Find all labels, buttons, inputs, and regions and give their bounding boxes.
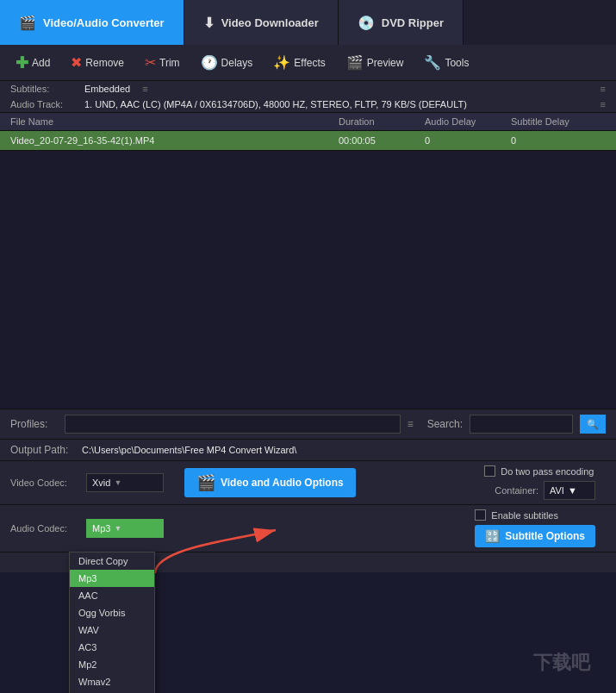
audio-track-label: Audio Track: [10,99,79,109]
row-audio-delay: 0 [425,135,511,146]
two-pass-label: Do two pass encoding [501,466,594,477]
container-row: Container: AVI ▼ [495,481,595,500]
tab-video-downloader-label: Video Downloader [221,16,319,29]
container-select[interactable]: AVI ▼ [544,481,595,500]
add-button[interactable]: ✚ Add [7,50,59,76]
tab-dvd-ripper[interactable]: 💿 DVD Ripper [339,0,464,45]
subtitles-label: Subtitles: [10,84,79,94]
audio-track-right-icon: ≡ [600,99,606,109]
search-label: Search: [427,418,463,430]
trim-button[interactable]: ✂ Trim [136,51,189,74]
subtitle-icon: 🔡 [485,529,500,543]
audio-codec-label: Audio Codec: [10,523,79,534]
add-icon: ✚ [16,53,28,72]
enable-subtitles-row: Enable subtitles [475,509,558,521]
dropdown-item-mp3[interactable]: Mp3 [70,570,154,587]
output-path-value: C:\Users\pc\Documents\Free MP4 Convert W… [82,445,606,455]
enable-subtitles-checkbox[interactable] [475,509,486,521]
file-table: File Name Duration Audio Delay Subtitle … [0,113,616,151]
output-row: Output Path: C:\Users\pc\Documents\Free … [0,440,616,461]
video-codec-dropdown-icon: ▼ [114,478,121,487]
col-filename: File Name [10,116,339,127]
vao-icon: 🎬 [196,473,215,492]
row-subtitle-delay: 0 [511,135,606,146]
preview-icon: 🎬 [346,54,364,71]
vao-label: Video and Audio Options [221,477,344,489]
col-subtitle-delay: Subtitle Delay [511,116,606,127]
audio-codec-dropdown: Direct Copy Mp3 AAC Ogg Vorbis WAV AC3 M… [69,552,155,693]
video-audio-icon: 🎬 [19,15,36,31]
info-rows: Subtitles: Embedded ≡ ≡ Audio Track: 1. … [0,81,616,113]
video-codec-select[interactable]: Xvid ▼ [86,473,164,492]
row-duration: 00:00:05 [339,135,425,146]
profiles-row: Profiles: ≡ Search: 🔍 [0,409,616,440]
dropdown-item-ac3[interactable]: AC3 [70,639,154,656]
two-pass-checkbox[interactable] [484,465,495,477]
search-button[interactable]: 🔍 [580,415,606,434]
watermark: 下载吧 [533,650,590,676]
tools-icon: 🔧 [424,54,441,71]
dvd-icon: 💿 [358,15,375,31]
search-input[interactable] [470,415,573,434]
container-dropdown-icon: ▼ [568,485,577,496]
audio-track-row: Audio Track: 1. UND, AAC (LC) (MP4A / 0X… [0,97,616,112]
dropdown-item-aac[interactable]: AAC [70,587,154,604]
audio-codec-select[interactable]: Mp3 ▼ [86,519,164,538]
audio-codec-row: Audio Codec: Mp3 ▼ Direct Copy Mp3 AAC O… [0,505,616,553]
remove-button[interactable]: ✖ Remove [62,51,133,74]
vao-button[interactable]: 🎬 Video and Audio Options [184,468,356,497]
right-panel: Do two pass encoding Container: AVI ▼ [484,465,606,500]
dropdown-item-mp2[interactable]: Mp2 [70,656,154,673]
row-filename: Video_20-07-29_16-35-42(1).MP4 [10,135,339,146]
tab-video-audio-label: Video/Audio Converter [43,16,165,29]
download-icon: ⬇ [203,15,215,31]
bottom-section: Profiles: ≡ Search: 🔍 Output Path: C:\Us… [0,409,616,572]
subtitles-row: Subtitles: Embedded ≡ ≡ [0,81,616,97]
delays-button[interactable]: 🕐 Delays [192,51,262,74]
video-codec-row: Video Codec: Xvid ▼ 🎬 Video and Audio Op… [0,461,616,505]
dropdown-item-wmav2[interactable]: Wmav2 [70,673,154,690]
trim-icon: ✂ [145,54,156,71]
remove-icon: ✖ [71,54,82,71]
tab-dvd-ripper-label: DVD Ripper [382,16,444,29]
subtitles-right-icon: ≡ [600,84,606,94]
container-label: Container: [495,485,538,496]
top-tabs: 🎬 Video/Audio Converter ⬇ Video Download… [0,0,616,45]
subtitles-value: Embedded [84,84,130,94]
audio-codec-dropdown-icon: ▼ [114,524,121,533]
video-codec-val: Xvid [92,478,110,488]
preview-button[interactable]: 🎬 Preview [338,51,413,74]
video-codec-label: Video Codec: [10,478,79,488]
tab-video-audio[interactable]: 🎬 Video/Audio Converter [0,0,184,45]
tab-video-downloader[interactable]: ⬇ Video Downloader [184,0,339,45]
subtitle-label: Subtitle Options [505,530,585,542]
two-pass-row: Do two pass encoding [484,465,594,477]
dropdown-item-wav[interactable]: WAV [70,621,154,639]
effects-icon: ✨ [273,54,290,71]
table-row[interactable]: Video_20-07-29_16-35-42(1).MP4 00:00:05 … [0,131,616,151]
enable-subtitles-label: Enable subtitles [491,510,558,521]
col-audio-delay: Audio Delay [425,116,511,127]
container-val: AVI [550,485,564,496]
delays-icon: 🕐 [201,54,218,71]
audio-codec-val: Mp3 [92,523,110,534]
audio-track-value: 1. UND, AAC (LC) (MP4A / 0X6134706D), 48… [84,99,467,109]
tools-button[interactable]: 🔧 Tools [415,51,477,74]
col-duration: Duration [339,116,425,127]
toolbar: ✚ Add ✖ Remove ✂ Trim 🕐 Delays ✨ Effects… [0,45,616,81]
subtitles-menu-icon[interactable]: ≡ [142,84,147,94]
output-label: Output Path: [10,444,75,456]
profiles-menu-icon[interactable]: ≡ [408,418,414,430]
dropdown-item-ogg-vorbis[interactable]: Ogg Vorbis [70,604,154,621]
dropdown-item-direct-copy[interactable]: Direct Copy [70,553,154,570]
effects-button[interactable]: ✨ Effects [264,51,333,74]
main-area [0,151,616,409]
subtitle-options-button[interactable]: 🔡 Subtitle Options [475,525,595,547]
profiles-label: Profiles: [10,418,58,430]
table-header: File Name Duration Audio Delay Subtitle … [0,113,616,131]
profiles-input[interactable] [65,415,401,434]
